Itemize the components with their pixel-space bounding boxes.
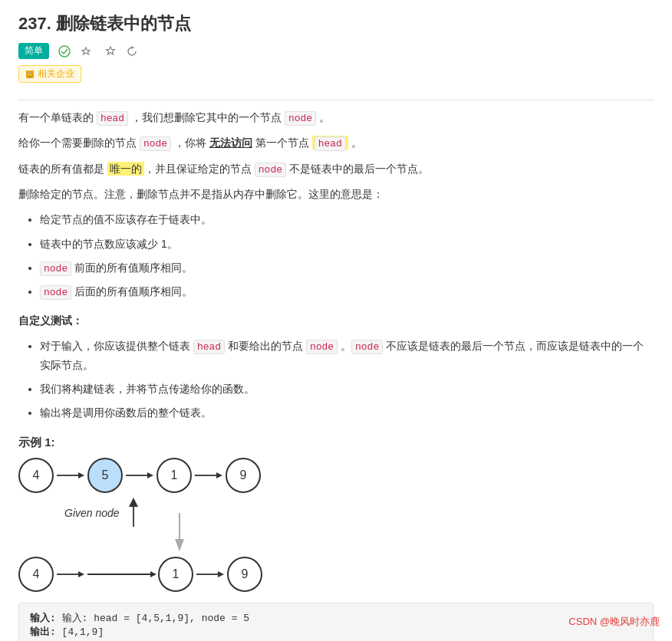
svg-marker-6: [147, 472, 153, 478]
bullets2: 对于输入，你应该提供整个链表 head 和要给出的节点 node 。node 不…: [18, 337, 654, 423]
up-arrow-svg: [124, 498, 143, 528]
long-arrow-svg: [87, 567, 156, 582]
problem-content: 有一个单链表的 head ，我们想删除它其中的一个节点 node 。 给你一个需…: [18, 108, 654, 423]
node-1-row2: 1: [158, 557, 193, 592]
given-node-text: Given node: [64, 507, 120, 519]
input-value: 输入: head = [4,5,1,9], node = 5: [62, 613, 249, 624]
code-node3: node: [255, 163, 286, 177]
para1: 有一个单链表的 head ，我们想删除它其中的一个节点 node 。: [18, 108, 654, 127]
code-head2: head: [315, 136, 346, 151]
svg-marker-8: [216, 472, 222, 478]
bullet2-2: 我们将构建链表，并将节点传递给你的函数。: [40, 380, 654, 399]
example1-input-line: 输入: 输入: head = [4,5,1,9], node = 5: [30, 611, 642, 625]
output-label: 输出:: [30, 626, 62, 638]
code-node2: node: [140, 136, 171, 151]
node-9-row1: 9: [226, 458, 261, 493]
code-node-after: node: [40, 285, 71, 300]
linked-list-row1: 4 5 1: [18, 458, 654, 493]
node-9-row2: 9: [227, 557, 262, 592]
svg-marker-16: [150, 571, 156, 577]
para3: 链表的所有值都是 唯一的，并且保证给定的节点 node 不是链表中的最后一个节点…: [18, 159, 654, 179]
given-node-label-row: Given node: [64, 498, 143, 528]
code-node1: node: [285, 111, 316, 126]
csdn-watermark: CSDN @晚风时亦鹿: [568, 615, 660, 629]
code-head1: head: [97, 111, 128, 126]
highlight-unique: 唯一的: [107, 162, 144, 176]
divider: [18, 100, 654, 100]
example1-title: 示例 1:: [18, 436, 654, 450]
node-4-row2: 4: [18, 557, 54, 592]
arrow3: [195, 468, 222, 483]
svg-marker-4: [78, 472, 84, 478]
code-node5: node: [351, 340, 383, 354]
para4: 删除给定的节点。注意，删除节点并不是指从内存中删除它。这里的意思是：: [18, 185, 654, 204]
bullet1-2: 链表中的节点数应该减少 1。: [40, 235, 654, 254]
check-icon: [58, 45, 71, 58]
highlight-head: head: [312, 136, 348, 150]
code-node4: node: [306, 340, 338, 354]
difficulty-tag[interactable]: 简单: [18, 43, 49, 59]
bullet1-3: node 前面的所有值顺序相同。: [40, 258, 654, 278]
input-label: 输入:: [30, 613, 62, 624]
code-head3: head: [193, 340, 225, 354]
meta-bar: 简单: [18, 43, 654, 59]
example1-output-line: 输出: [4,1,9]: [30, 625, 642, 639]
page-title: 237. 删除链表中的节点: [18, 12, 654, 35]
node-5-row1: 5: [87, 458, 123, 493]
arrow1: [57, 468, 84, 483]
svg-point-0: [59, 46, 70, 57]
arrow5: [196, 567, 224, 582]
bullet2-3: 输出将是调用你函数后的整个链表。: [40, 403, 654, 422]
svg-marker-18: [218, 571, 224, 577]
svg-marker-10: [129, 498, 138, 507]
node-1-row1: 1: [156, 458, 192, 493]
arrow2: [126, 468, 153, 483]
custom-test-title: 自定义测试：: [18, 311, 654, 330]
refresh-icon[interactable]: [126, 45, 138, 58]
para2: 给你一个需要删除的节点 node ，你将 无法访问 第一个节点 head 。: [18, 133, 654, 153]
long-arrow-wrapper: [87, 567, 156, 582]
emphasis-noaccess: 无法访问: [209, 136, 252, 149]
bullet2-1: 对于输入，你应该提供整个链表 head 和要给出的节点 node 。node 不…: [40, 337, 654, 376]
arrow4: [57, 567, 84, 582]
down-arrow-block: [170, 513, 189, 554]
output-value: [4,1,9]: [62, 626, 104, 638]
linked-list-row2: 4 1: [18, 557, 654, 592]
bullet1-1: 给定节点的值不应该存在于链表中。: [40, 210, 654, 229]
svg-text:🔒: 🔒: [26, 71, 34, 78]
down-arrow-svg: [170, 513, 189, 551]
svg-marker-12: [175, 539, 184, 551]
code-node-before: node: [40, 261, 71, 276]
given-node-block: Given node: [64, 498, 143, 528]
example1-io: 输入: 输入: head = [4,5,1,9], node = 5 输出: […: [18, 603, 654, 641]
star-icon[interactable]: [104, 45, 117, 58]
company-tag[interactable]: 🔒 相关企业: [18, 65, 81, 83]
given-node-annotation: Given node: [18, 498, 654, 554]
example1-diagram: 4 5 1: [18, 458, 654, 592]
likes-count[interactable]: [80, 45, 95, 58]
svg-marker-14: [78, 571, 84, 577]
bullet1-4: node 后面的所有值顺序相同。: [40, 282, 654, 301]
bullets1: 给定节点的值不应该存在于链表中。 链表中的节点数应该减少 1。 node 前面的…: [18, 210, 654, 301]
node-4-row1: 4: [18, 458, 54, 493]
